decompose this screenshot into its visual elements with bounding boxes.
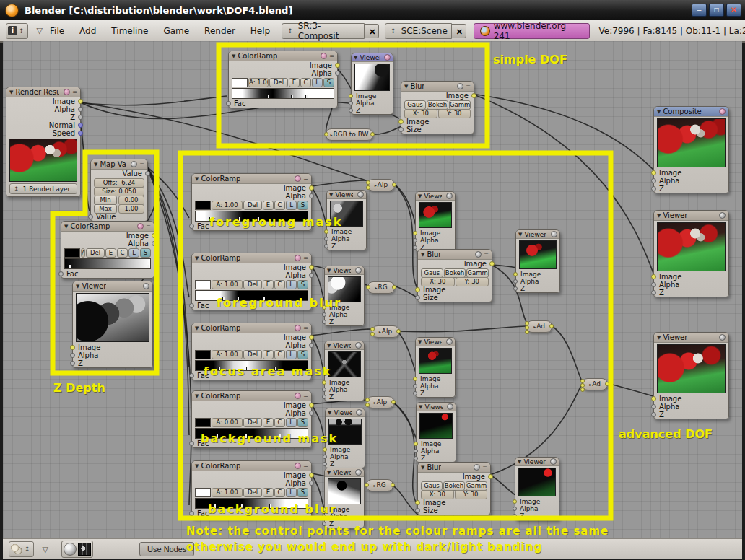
- collapse-icon[interactable]: ▼: [419, 404, 422, 410]
- menu-item-render[interactable]: Render: [204, 26, 235, 36]
- ramp-handle[interactable]: [267, 95, 269, 98]
- collapse-icon[interactable]: ▼: [195, 463, 199, 469]
- collapse-icon[interactable]: ▼: [327, 268, 331, 274]
- image-output-socket[interactable]: [335, 63, 340, 68]
- output-socket[interactable]: [605, 382, 609, 386]
- collapse-icon[interactable]: ▼: [518, 232, 522, 237]
- alpha-input-socket[interactable]: [322, 388, 326, 392]
- node-menu-icon[interactable]: =: [303, 393, 308, 399]
- ramp-s-button[interactable]: S: [297, 418, 308, 427]
- fac-input-socket[interactable]: [226, 101, 231, 106]
- stepper-icon[interactable]: ↕: [17, 27, 26, 35]
- ramp-alpha-field[interactable]: A: 0.00: [212, 418, 243, 427]
- ramp-handle[interactable]: [216, 434, 218, 438]
- ramp-alpha-field[interactable]: A: 1.00: [212, 280, 243, 289]
- collapse-icon[interactable]: ▼: [328, 410, 331, 416]
- ramp-handle[interactable]: [274, 367, 276, 370]
- color-ramp-gradient[interactable]: [195, 290, 308, 301]
- node-menu-icon[interactable]: =: [303, 325, 308, 331]
- ramp-alpha-field[interactable]: A: 1.00: [212, 201, 243, 210]
- alpha-output-socket[interactable]: [335, 71, 340, 76]
- editor-type-button[interactable]: ↕: [9, 541, 34, 557]
- render-layer-select[interactable]: ↕ 1 RenderLayer: [9, 183, 77, 194]
- node-menu-icon[interactable]: =: [466, 83, 471, 89]
- collapse-icon[interactable]: ▼: [657, 213, 661, 219]
- ramp-delete-button[interactable]: Del: [243, 280, 262, 289]
- node-header[interactable]: ▼Blur=: [418, 250, 492, 260]
- ramp-e-button[interactable]: E: [263, 201, 274, 210]
- node-header[interactable]: ▼Viewer: [515, 458, 559, 466]
- alpha-output-socket[interactable]: [78, 107, 83, 112]
- image-output-socket[interactable]: [471, 93, 476, 98]
- viewer-node[interactable]: ▼Viewer Image Alpha Z: [515, 229, 560, 293]
- alpha-input-socket[interactable]: [322, 312, 326, 317]
- collapse-icon[interactable]: ▸: [589, 382, 591, 387]
- node-header[interactable]: ▼ColorRamp=: [192, 391, 311, 401]
- collapse-icon[interactable]: ▼: [232, 53, 235, 59]
- composite-node[interactable]: ▼ Composite Image Alpha Z: [653, 106, 729, 193]
- node-header[interactable]: ▼ColorRamp=: [192, 461, 311, 471]
- node-header[interactable]: ▼Viewer: [417, 403, 456, 411]
- size-input-socket[interactable]: [415, 295, 420, 300]
- viewer-node[interactable]: ▼Viewer Image Alpha Z: [415, 191, 456, 252]
- image-input-socket[interactable]: [322, 507, 326, 512]
- ramp-handle[interactable]: [237, 297, 239, 300]
- rgb-to-bw-node-collapsed[interactable]: ▸RG: [366, 479, 393, 491]
- z-input-socket[interactable]: [414, 456, 418, 460]
- fac-input-socket[interactable]: [189, 303, 194, 308]
- collapse-icon[interactable]: ▼: [64, 224, 68, 229]
- alpha-output-socket[interactable]: [309, 273, 314, 278]
- ramp-delete-button[interactable]: Del: [243, 488, 262, 497]
- image-input-socket[interactable]: [414, 442, 418, 446]
- collapse-icon[interactable]: ▸: [379, 329, 381, 334]
- alpha-input-socket[interactable]: [324, 237, 328, 241]
- image-input-socket[interactable]: [398, 119, 404, 124]
- ramp-delete-button[interactable]: Del: [269, 78, 288, 87]
- viewer-node[interactable]: ▼Viewer Image Alpha Z: [326, 190, 367, 250]
- alpha-input-socket[interactable]: [70, 353, 75, 358]
- ramp-c-button[interactable]: C: [274, 350, 285, 359]
- node-menu-icon[interactable]: =: [139, 161, 144, 167]
- input-socket[interactable]: [365, 483, 369, 487]
- ramp-e-button[interactable]: E: [263, 350, 274, 359]
- colorramp-node-background-blur[interactable]: ▼ColorRamp= Image Alpha A: 1.00 Del E C …: [191, 460, 312, 518]
- ramp-l-button[interactable]: L: [286, 418, 297, 427]
- z-input-socket[interactable]: [349, 108, 353, 113]
- output-socket[interactable]: [370, 132, 375, 136]
- image-input-socket[interactable]: [323, 447, 327, 452]
- ramp-handle[interactable]: [240, 504, 243, 508]
- colorramp-node-background-mask[interactable]: ▼ColorRamp= Image Alpha A: 0.00 Del E C …: [191, 390, 312, 448]
- fac-input-socket[interactable]: [58, 271, 64, 276]
- color-ramp-gradient[interactable]: [64, 258, 151, 269]
- ramp-e-button[interactable]: E: [263, 488, 274, 497]
- viewer-node[interactable]: ▼Viewer Image Alpha Z: [415, 337, 456, 398]
- image-output-socket[interactable]: [309, 185, 314, 191]
- node-header[interactable]: ▼Viewer: [416, 338, 455, 346]
- menu-item-add[interactable]: Add: [79, 26, 96, 36]
- fac-input-socket[interactable]: [189, 373, 194, 378]
- color-ramp-gradient[interactable]: [195, 428, 308, 439]
- node-header[interactable]: ▼Viewer: [416, 192, 455, 201]
- viewer-node[interactable]: ▼Viewer Image Alpha Z: [324, 341, 365, 401]
- node-header[interactable]: ▼ ColorRamp =: [61, 222, 154, 232]
- value-output-socket[interactable]: [145, 171, 150, 176]
- normal-output-socket[interactable]: [78, 123, 83, 128]
- image-output-socket[interactable]: [488, 474, 493, 479]
- alpha-output-socket[interactable]: [152, 241, 157, 246]
- ramp-l-button[interactable]: L: [286, 280, 297, 289]
- fac-input-socket[interactable]: [189, 224, 194, 229]
- ramp-l-button[interactable]: L: [286, 488, 297, 497]
- panel-collapse-icon[interactable]: ▽: [43, 545, 48, 554]
- minimize-button[interactable]: –: [692, 4, 707, 17]
- z-input-socket[interactable]: [513, 514, 517, 518]
- node-header[interactable]: ▼ ColorRamp =: [229, 51, 337, 61]
- collapse-icon[interactable]: ▸: [375, 183, 377, 188]
- output-socket[interactable]: [392, 285, 396, 289]
- ramp-s-button[interactable]: S: [140, 248, 151, 258]
- material-nodes-icon[interactable]: [64, 543, 77, 556]
- alphaover-node[interactable]: ▸Alp: [372, 325, 399, 338]
- add-mix-node[interactable]: ▸Ad: [582, 378, 608, 390]
- ramp-s-button[interactable]: S: [323, 78, 334, 87]
- ramp-l-button[interactable]: L: [286, 350, 297, 359]
- collapse-icon[interactable]: ▼: [418, 339, 422, 345]
